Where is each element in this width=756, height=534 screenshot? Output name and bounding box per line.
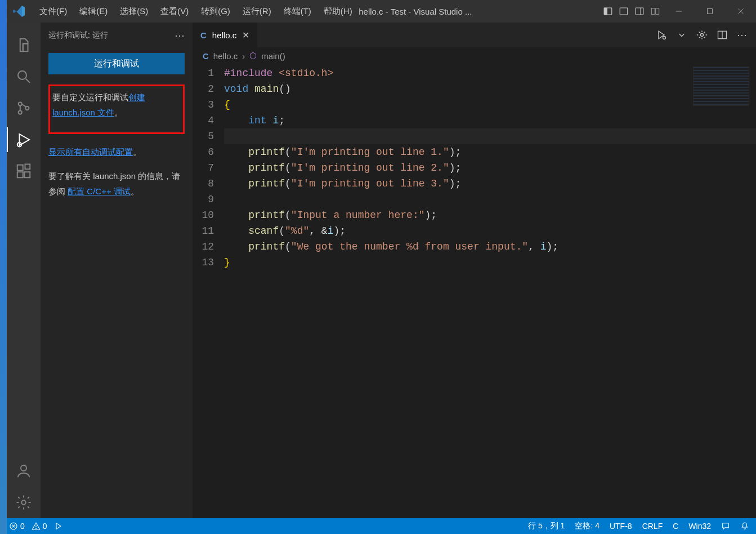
svg-point-22	[21, 500, 26, 505]
menu-item[interactable]: 终端(T)	[278, 4, 317, 19]
close-icon[interactable]: ✕	[242, 30, 249, 41]
status-eol[interactable]: CRLF	[642, 522, 663, 531]
svg-rect-18	[17, 172, 23, 177]
code-line[interactable]: #include <stdio.h>	[224, 65, 756, 81]
svg-rect-20	[25, 164, 30, 170]
learn-launch-json-suffix: 。	[131, 186, 139, 196]
feedback-icon[interactable]	[721, 522, 730, 531]
panel-right-icon[interactable]	[634, 6, 645, 16]
sidebar-title: 运行和调试: 运行	[48, 30, 108, 41]
error-icon	[9, 522, 18, 531]
learn-launch-json: 要了解有关 launch.json 的信息，请参阅 配置 C/C++ 调试。	[48, 168, 185, 199]
code-content[interactable]: #include <stdio.h>void main(){ int i; pr…	[224, 64, 756, 518]
window-controls	[663, 0, 756, 23]
code-line[interactable]: int i;	[224, 113, 756, 128]
tab-hello-c[interactable]: C hello.c ✕	[193, 23, 257, 47]
svg-point-23	[663, 37, 666, 39]
svg-rect-19	[24, 172, 30, 177]
menu-item[interactable]: 编辑(E)	[74, 4, 113, 19]
code-line[interactable]: }	[224, 255, 756, 270]
activity-scm[interactable]	[7, 92, 41, 124]
code-line[interactable]: printf("We got the number %d from user i…	[224, 239, 756, 255]
code-line[interactable]: scanf("%d", &i);	[224, 223, 756, 239]
breadcrumb[interactable]: C hello.c › ⬡ main()	[193, 47, 756, 64]
panel-left-icon[interactable]	[603, 6, 613, 16]
code-line[interactable]: void main()	[224, 81, 756, 97]
more-actions-icon[interactable]: ⋯	[737, 29, 748, 41]
activity-search[interactable]	[7, 61, 41, 92]
external-left-strip	[0, 0, 7, 534]
maximize-button[interactable]	[694, 0, 725, 23]
show-auto-configs: 显示所有自动调试配置。	[48, 144, 185, 159]
code-line[interactable]: printf("Input a number here:");	[224, 207, 756, 223]
status-platform[interactable]: Win32	[688, 522, 711, 531]
activity-account[interactable]	[7, 455, 41, 487]
status-bar: 0 0 行 5，列 1 空格: 4 UTF-8 CRLF C Win32	[7, 518, 756, 534]
c-file-icon: C	[203, 51, 209, 61]
c-file-icon: C	[200, 30, 207, 40]
layout-icon[interactable]	[650, 6, 660, 16]
svg-rect-3	[636, 8, 643, 15]
chevron-down-icon[interactable]	[676, 29, 687, 41]
menu-item[interactable]: 查看(V)	[155, 4, 194, 19]
split-editor-icon[interactable]	[717, 29, 728, 41]
menu-item[interactable]: 运行(R)	[237, 4, 277, 19]
status-warnings[interactable]: 0	[32, 522, 47, 531]
tabs-row: C hello.c ✕ ⋯	[193, 23, 756, 47]
layout-controls	[603, 6, 660, 16]
editor-actions: ⋯	[656, 23, 756, 47]
svg-point-11	[18, 71, 26, 79]
status-encoding[interactable]: UTF-8	[610, 522, 632, 531]
menu-item[interactable]: 选择(S)	[114, 4, 154, 19]
activity-bar	[7, 23, 41, 518]
svg-point-15	[25, 106, 29, 110]
status-language[interactable]: C	[673, 522, 678, 531]
activity-settings[interactable]	[7, 487, 41, 518]
menu-item[interactable]: 帮助(H)	[318, 4, 358, 19]
close-button[interactable]	[725, 0, 756, 23]
menu-item[interactable]: 文件(F)	[34, 4, 73, 19]
code-line[interactable]: {	[224, 97, 756, 113]
activity-explorer[interactable]	[7, 29, 41, 61]
run-file-icon[interactable]	[656, 29, 667, 41]
run-and-debug-button[interactable]: 运行和调试	[48, 53, 185, 74]
breadcrumb-symbol: main()	[261, 51, 285, 61]
highlight-box: 要自定义运行和调试创建 launch.json 文件。	[48, 84, 185, 134]
customize-text: 要自定义运行和调试创建 launch.json 文件。	[52, 90, 181, 120]
status-debug-icon[interactable]	[54, 522, 63, 531]
svg-point-21	[21, 465, 26, 471]
activity-extensions[interactable]	[7, 155, 41, 187]
menu-item[interactable]: 转到(G)	[195, 4, 236, 19]
status-errors[interactable]: 0	[9, 522, 25, 531]
code-line[interactable]: printf("I'm printing out line 3.");	[224, 176, 756, 192]
code-line[interactable]: printf("I'm printing out line 2.");	[224, 160, 756, 176]
symbol-method-icon: ⬡	[249, 51, 257, 61]
customize-text-suffix: 。	[114, 108, 123, 117]
debug-alt-icon	[54, 522, 63, 531]
svg-point-13	[19, 102, 22, 105]
code-line[interactable]	[224, 192, 756, 207]
gear-icon[interactable]	[696, 29, 708, 41]
tab-label: hello.c	[212, 30, 236, 40]
sidebar-more-icon[interactable]: ⋯	[175, 29, 186, 42]
activity-run-debug[interactable]	[7, 124, 41, 155]
run-debug-sidebar: 运行和调试: 运行 ⋯ 运行和调试 要自定义运行和调试创建 launch.jso…	[41, 23, 193, 518]
titlebar: 文件(F)编辑(E)选择(S)查看(V)转到(G)运行(R)终端(T)帮助(H)…	[7, 0, 756, 23]
minimize-button[interactable]	[663, 0, 694, 23]
minimap[interactable]	[693, 66, 749, 106]
editor-area: C hello.c ✕ ⋯ C hello.c › ⬡ main() 12345…	[193, 23, 756, 518]
configure-cpp-debug-link[interactable]: 配置 C/C++ 调试	[68, 186, 131, 196]
code-line[interactable]: printf("I'm printing out line 1.");	[224, 144, 756, 160]
status-errors-count: 0	[20, 522, 25, 531]
panel-bottom-icon[interactable]	[619, 6, 629, 16]
svg-rect-17	[17, 165, 23, 171]
show-auto-configs-link[interactable]: 显示所有自动调试配置	[48, 147, 133, 157]
line-number-gutter: 12345678910111213	[193, 64, 224, 518]
code-line[interactable]	[224, 128, 756, 144]
status-spaces[interactable]: 空格: 4	[575, 521, 600, 531]
code-editor[interactable]: 12345678910111213 #include <stdio.h>void…	[193, 64, 756, 518]
status-cursor[interactable]: 行 5，列 1	[528, 521, 565, 531]
breadcrumb-file: hello.c	[213, 51, 238, 61]
bell-icon[interactable]	[740, 522, 749, 531]
sidebar-header: 运行和调试: 运行 ⋯	[41, 29, 193, 50]
